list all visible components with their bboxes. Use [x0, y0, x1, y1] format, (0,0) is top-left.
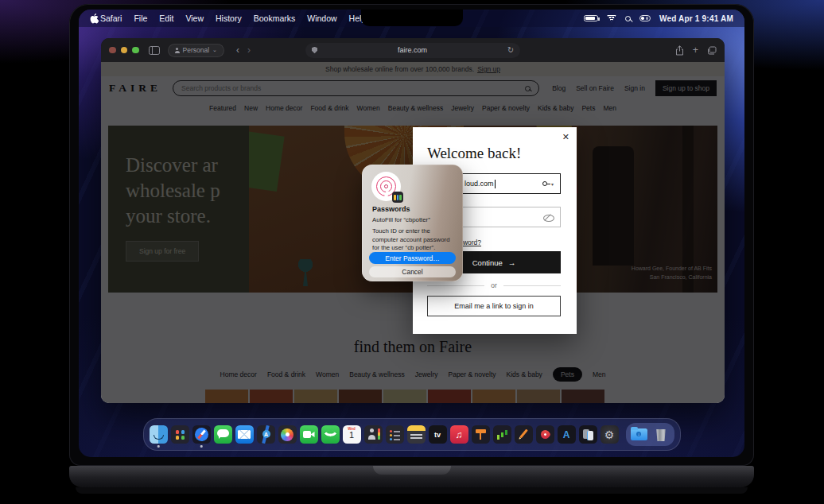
url-text: faire.com [317, 46, 507, 54]
cancel-button[interactable]: Cancel [369, 266, 456, 277]
new-tab-icon[interactable]: + [693, 45, 698, 56]
toolbar-right-buttons: + [675, 45, 717, 56]
menu-item[interactable]: File [134, 14, 147, 23]
messages-dock-icon[interactable] [214, 425, 232, 444]
dialog-app-name: Passwords [372, 205, 410, 213]
tab-group-label: Personal [183, 46, 210, 54]
continue-label: Continue [472, 258, 503, 267]
phone-dock-icon[interactable] [321, 425, 340, 444]
autofill-key-icon[interactable]: ▾ [542, 181, 554, 187]
arrow-right-icon: → [508, 258, 516, 267]
desktop-wallpaper: SafariFileEditViewHistoryBookmarksWindow… [79, 10, 744, 457]
dock-end-section: ↓ [626, 423, 674, 446]
email-link-button[interactable]: Email me a link to sign in [427, 296, 561, 316]
profile-icon [175, 48, 180, 52]
menu-item[interactable]: View [185, 14, 204, 23]
tab-group-selector[interactable]: Personal ⌄ [168, 44, 224, 57]
facetime-dock-icon[interactable] [300, 425, 318, 444]
wifi-icon[interactable] [607, 15, 616, 22]
dock: A Wed1 tv ♫ A ⚙ ↓ [143, 418, 681, 451]
status-tray: Wed Apr 1 9:41 AM [584, 14, 733, 23]
show-password-eye-icon[interactable] [543, 214, 554, 221]
dialog-body-text: Touch ID or enter the computer account p… [372, 227, 455, 253]
forward-button[interactable]: › [247, 45, 251, 55]
menu-item[interactable]: History [216, 14, 242, 23]
system-settings-dock-icon[interactable]: ⚙ [601, 425, 619, 444]
games-dock-icon[interactable] [536, 425, 554, 444]
macbook-frame: SafariFileEditViewHistoryBookmarksWindow… [69, 4, 754, 466]
apple-menu-icon[interactable] [90, 14, 99, 24]
spotlight-search-icon[interactable] [625, 16, 631, 21]
enter-password-button[interactable]: Enter Password… [369, 252, 456, 264]
reminders-dock-icon[interactable] [386, 425, 404, 444]
back-button[interactable]: ‹ [236, 45, 239, 55]
touchid-fingerprint-icon [371, 172, 401, 201]
passwords-app-icon [392, 192, 403, 203]
text-caret [495, 180, 496, 188]
battery-icon[interactable] [584, 15, 598, 22]
numbers-dock-icon[interactable] [493, 425, 511, 444]
privacy-shield-icon[interactable] [312, 47, 317, 54]
downloads-dock-icon[interactable]: ↓ [630, 425, 648, 444]
safari-dock-icon[interactable] [192, 425, 211, 444]
finder-dock-icon[interactable] [150, 425, 168, 444]
marketing-backdrop: SafariFileEditViewHistoryBookmarksWindow… [0, 0, 824, 504]
menu-item[interactable]: Bookmarks [254, 14, 296, 23]
tab-overview-icon[interactable] [707, 46, 717, 55]
share-icon[interactable] [675, 45, 684, 56]
pages-dock-icon[interactable] [515, 425, 533, 444]
window-controls [109, 47, 139, 54]
keynote-dock-icon[interactable] [472, 425, 490, 444]
macbook-base-shadow [76, 487, 748, 494]
safari-toolbar: Personal ⌄ ‹ › faire.com ↻ + [101, 38, 725, 62]
maps-dock-icon[interactable]: A [257, 425, 275, 444]
contacts-dock-icon[interactable] [364, 425, 383, 444]
macbook-base [69, 466, 754, 487]
menu-item[interactable]: Safari [100, 14, 122, 23]
reload-icon[interactable]: ↻ [507, 46, 514, 54]
zoom-window-button[interactable] [132, 47, 139, 54]
trash-dock-icon[interactable] [652, 425, 670, 444]
chevron-down-icon: ⌄ [212, 47, 217, 53]
control-center-icon[interactable] [639, 15, 651, 22]
menu-item[interactable]: Window [307, 14, 336, 23]
menu-bar-clock[interactable]: Wed Apr 1 9:41 AM [659, 14, 733, 23]
launchpad-dock-icon[interactable] [171, 425, 189, 444]
music-dock-icon[interactable]: ♫ [450, 425, 468, 444]
preview-dock-icon[interactable] [579, 425, 597, 444]
email-value: loud.com [464, 180, 494, 188]
touchid-autofill-dialog: Passwords AutoFill for “cbpotter” Touch … [362, 165, 463, 281]
minimize-window-button[interactable] [121, 47, 128, 54]
menu-item[interactable]: Edit [159, 14, 173, 23]
address-bar[interactable]: faire.com ↻ [305, 43, 520, 58]
app-store-dock-icon[interactable]: A [558, 425, 576, 444]
sidebar-toggle-icon[interactable] [149, 46, 160, 55]
menu-items: SafariFileEditViewHistoryBookmarksWindow… [100, 14, 366, 23]
mail-dock-icon[interactable] [235, 425, 254, 444]
camera-notch [361, 10, 463, 26]
close-icon[interactable]: ✕ [562, 133, 569, 142]
notes-dock-icon[interactable] [407, 425, 426, 444]
close-window-button[interactable] [109, 47, 116, 54]
or-divider: or [427, 281, 561, 289]
photos-dock-icon[interactable] [278, 425, 297, 444]
dialog-autofill-line: AutoFill for “cbpotter” [372, 216, 430, 223]
modal-title: Welcome back! [427, 145, 521, 162]
calendar-dock-icon[interactable]: Wed1 [343, 425, 361, 444]
tv-dock-icon[interactable]: tv [429, 425, 447, 444]
